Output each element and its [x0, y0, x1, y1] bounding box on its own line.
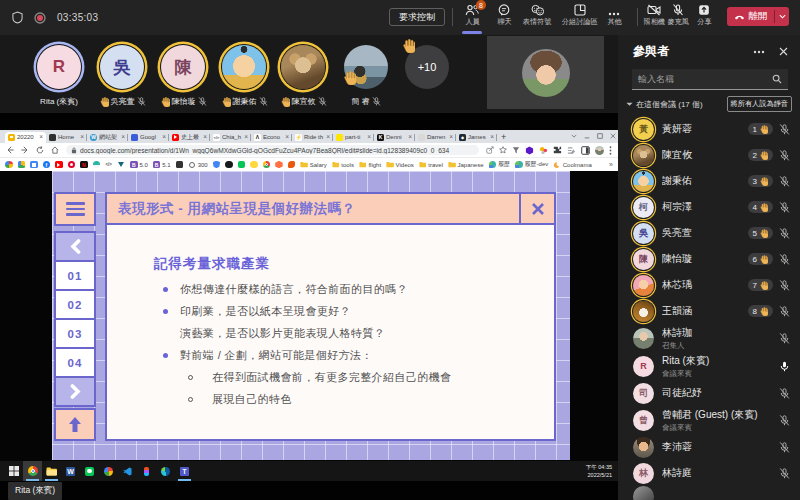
bookmark-shield[interactable] — [213, 161, 221, 169]
extension-notes-icon[interactable] — [567, 146, 576, 155]
toolbar-item-chat[interactable]: 聊天 — [490, 3, 518, 34]
slide-close-button[interactable] — [519, 192, 556, 225]
browser-tab[interactable]: 20220 × — [5, 132, 46, 144]
taskbar-explorer-icon[interactable] — [42, 461, 61, 481]
bookmark-tools[interactable]: tools — [332, 161, 354, 169]
filmstrip-tile[interactable]: 簡 睿 — [338, 45, 394, 107]
tab-close-icon[interactable]: × — [244, 134, 248, 141]
extension-funnel-icon[interactable] — [512, 146, 520, 154]
participant-row[interactable]: 林 林詩庭 — [618, 460, 800, 486]
slide-number-button-01[interactable]: 01 — [54, 260, 96, 291]
extension-dots-icon[interactable] — [539, 146, 548, 155]
bookmark-drive[interactable] — [18, 161, 26, 169]
mic-status-icon[interactable] — [779, 228, 790, 239]
mic-status-icon[interactable] — [779, 306, 790, 317]
bookmark-chrome[interactable] — [263, 161, 271, 169]
taskbar-teams-icon[interactable]: T — [175, 461, 194, 481]
browser-tab[interactable]: K Denni × — [374, 132, 415, 144]
slide-number-button-02[interactable]: 02 — [54, 289, 96, 320]
reload-icon[interactable] — [36, 146, 44, 154]
close-icon[interactable] — [779, 47, 788, 56]
bookmark-履歷[interactable]: 履歷 — [489, 160, 511, 169]
browser-tab[interactable]: W 網站架 × — [87, 132, 128, 144]
window-controls[interactable] — [571, 130, 616, 142]
bookmarks-overflow-icon[interactable]: » — [609, 161, 613, 168]
tab-close-icon[interactable]: × — [367, 134, 371, 141]
mic-status-icon[interactable] — [779, 150, 790, 161]
slide-number-button-04[interactable]: 04 — [54, 347, 96, 378]
tab-close-icon[interactable]: × — [80, 134, 84, 141]
bookmark-netflix[interactable]: N — [80, 161, 88, 169]
bookmark-b51[interactable]: B 5.1 — [153, 161, 171, 169]
forward-icon[interactable] — [21, 146, 29, 154]
tab-close-icon[interactable]: × — [449, 134, 453, 141]
toolbar-item-people[interactable]: 8 人員 — [456, 3, 488, 34]
scroll-top-button[interactable] — [54, 408, 96, 441]
bookmark-flight[interactable]: flight — [359, 161, 381, 169]
bookmark-black[interactable] — [225, 161, 233, 169]
bookmark-globe300[interactable]: 300 — [188, 161, 208, 169]
browser-tab[interactable]: </> Chia_h × — [210, 132, 251, 144]
bookmark-pinterest[interactable] — [68, 161, 76, 169]
new-tab-button[interactable]: + — [501, 132, 506, 142]
filmstrip-tile[interactable]: 陳 陳怡璇 — [155, 45, 211, 107]
bookmark-darksq[interactable] — [176, 161, 184, 169]
ellipsis-icon[interactable] — [753, 50, 765, 54]
bookmark-code[interactable]: </> — [105, 161, 113, 169]
taskbar-start-icon[interactable] — [4, 461, 23, 481]
bookmark-smiley[interactable] — [250, 161, 258, 169]
extension-hexagon-icon[interactable] — [525, 146, 534, 155]
tab-close-icon[interactable]: × — [285, 134, 289, 141]
tab-close-icon[interactable]: × — [39, 134, 43, 141]
tab-close-icon[interactable]: × — [408, 134, 412, 141]
extensions-puzzle-icon[interactable] — [553, 146, 562, 155]
participant-row[interactable]: 林芯瑀 7 — [618, 272, 800, 298]
profile-avatar[interactable] — [595, 146, 604, 155]
browser-tab[interactable]: part-ti × — [333, 132, 374, 144]
share-page-icon[interactable] — [486, 146, 494, 154]
filmstrip-tile[interactable]: 陳宜攸 — [275, 45, 331, 107]
filmstrip-tile[interactable]: R Rita (來賓) — [31, 45, 87, 107]
bookmark-Coolmama[interactable]: Coolmama — [553, 161, 592, 169]
mic-status-icon[interactable] — [779, 202, 790, 213]
toolbar-item-more[interactable]: 其他 — [600, 3, 628, 34]
bookmark-redblob[interactable] — [288, 161, 296, 169]
bookmark-star-icon[interactable] — [499, 146, 507, 154]
next-slide-button[interactable] — [54, 376, 96, 407]
extension-sidepanel-icon[interactable] — [581, 146, 590, 155]
bookmark-youtube[interactable] — [55, 161, 63, 169]
bookmark-Salary[interactable]: Salary — [300, 161, 327, 169]
tab-close-icon[interactable]: × — [490, 134, 494, 141]
browser-tab[interactable]: Googl × — [128, 132, 169, 144]
browser-tab[interactable]: ◆ James × — [456, 132, 497, 144]
mic-status-icon[interactable] — [779, 415, 790, 426]
mute-all-button[interactable]: 將所有人設為靜音 — [727, 96, 793, 112]
bookmark-b50[interactable]: B 5.0 — [130, 161, 148, 169]
bookmark-travel[interactable]: travel — [419, 161, 443, 169]
prev-slide-button[interactable] — [54, 231, 96, 262]
toolbar-item-breakout[interactable]: 分組討論區 — [556, 3, 604, 34]
taskbar-word-icon[interactable]: W — [61, 461, 80, 481]
chevron-down-icon[interactable] — [626, 102, 633, 107]
mic-status-icon[interactable] — [779, 254, 790, 265]
chevron-down-icon[interactable] — [775, 14, 789, 19]
participant-row[interactable]: 柯 柯宗澤 4 — [618, 194, 800, 220]
kebab-menu-icon[interactable] — [609, 146, 612, 155]
mic-status-icon[interactable] — [779, 124, 790, 135]
toolbar-item-reactions[interactable]: 表情符號 — [518, 3, 556, 34]
mic-status-icon[interactable] — [779, 388, 790, 399]
taskbar-edge-icon[interactable] — [156, 461, 175, 481]
hamburger-menu-button[interactable] — [54, 192, 96, 226]
taskbar-chrome-icon[interactable] — [23, 461, 42, 481]
participant-row[interactable] — [618, 486, 800, 500]
filmstrip-tile[interactable]: 謝秉佑 — [216, 45, 272, 107]
browser-tab[interactable]: 史上最 × — [169, 132, 210, 144]
participant-row[interactable]: 曾 曾輔君 (Guest) (來賓) 會議來賓 — [618, 406, 800, 434]
mic-status-icon[interactable] — [779, 280, 790, 291]
address-bar[interactable]: docs.google.com/presentation/d/1Wn_wgqQ6… — [66, 145, 479, 156]
participant-row[interactable]: 司 司徒紀妤 — [618, 380, 800, 406]
participant-row[interactable]: 王韻涵 8 — [618, 298, 800, 324]
leave-button[interactable]: 離開 — [727, 7, 789, 26]
mic-status-icon[interactable] — [779, 468, 790, 479]
taskbar-clock[interactable]: 下午 04:35 2022/5/21 — [586, 461, 612, 481]
